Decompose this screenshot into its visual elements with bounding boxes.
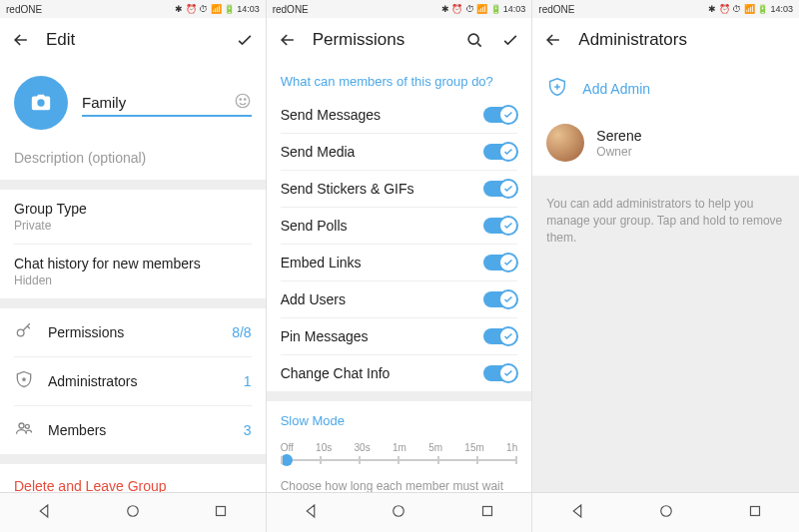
svg-point-5: [25, 424, 29, 428]
group-name-input[interactable]: [82, 90, 252, 117]
perm-label: Pin Messages: [281, 328, 369, 344]
section-title: What can members of this group do?: [267, 62, 532, 97]
perm-row[interactable]: Send Polls: [267, 208, 532, 244]
perm-label: Add Users: [281, 291, 346, 307]
chat-history-row[interactable]: Chat history for new membersHidden: [0, 245, 266, 298]
perm-label: Send Messages: [281, 107, 381, 123]
nav-back-icon[interactable]: [568, 502, 586, 524]
perm-row[interactable]: Pin Messages: [267, 318, 532, 354]
page-title: Permissions: [313, 30, 450, 50]
back-icon[interactable]: [10, 29, 32, 51]
svg-point-2: [244, 98, 246, 100]
nav-recent-icon[interactable]: [478, 502, 496, 524]
toggle-on[interactable]: [483, 328, 517, 344]
svg-point-0: [236, 94, 250, 108]
status-bar: redONE ✱ ⏰ ⏱ 📶 🔋14:03: [0, 0, 266, 18]
check-icon[interactable]: [499, 29, 521, 51]
nav-bar: [532, 492, 799, 532]
nav-bar: [0, 492, 266, 532]
svg-point-1: [240, 98, 242, 100]
nav-home-icon[interactable]: [657, 502, 675, 524]
toggle-on[interactable]: [483, 365, 517, 381]
svg-point-9: [394, 505, 404, 516]
help-text: You can add administrators to help you m…: [532, 186, 799, 256]
perm-row[interactable]: Add Users: [267, 281, 532, 317]
group-type-row[interactable]: Group TypePrivate: [0, 190, 266, 244]
perm-label: Send Media: [281, 144, 356, 160]
avatar: [546, 124, 584, 162]
slow-mode-label: Slow Mode: [267, 401, 532, 436]
perm-label: Embed Links: [281, 255, 362, 270]
toggle-on[interactable]: [483, 181, 517, 197]
slow-mode-desc: Choose how long each member must wait be…: [267, 479, 532, 492]
administrators-panel: redONE ✱ ⏰ ⏱ 📶 🔋14:03 Administrators Add…: [532, 0, 799, 532]
add-admin-button[interactable]: Add Admin: [532, 62, 799, 116]
perm-row[interactable]: Send Messages: [267, 97, 532, 133]
svg-point-11: [660, 505, 671, 516]
shield-plus-icon: [546, 76, 568, 102]
admin-name: Serene: [596, 128, 641, 144]
toggle-on[interactable]: [483, 255, 517, 270]
edit-panel: redONE ✱ ⏰ ⏱ 📶 🔋14:03 Edit Description (…: [0, 0, 267, 532]
slow-mode-ticks: Off10s30s1m5m15m1h: [267, 436, 532, 453]
svg-point-6: [128, 505, 139, 516]
status-bar: redONE ✱ ⏰ ⏱ 📶 🔋14:03: [267, 0, 532, 18]
header: Permissions: [267, 18, 532, 62]
perm-row[interactable]: Embed Links: [267, 245, 532, 280]
nav-home-icon[interactable]: [124, 502, 142, 524]
administrators-row[interactable]: Administrators 1: [0, 357, 266, 405]
emoji-icon[interactable]: [234, 92, 252, 114]
nav-home-icon[interactable]: [390, 502, 407, 524]
nav-bar: [267, 492, 532, 532]
status-bar: redONE ✱ ⏰ ⏱ 📶 🔋14:03: [532, 0, 799, 18]
slow-mode-slider[interactable]: [267, 453, 532, 479]
back-icon[interactable]: [542, 29, 564, 51]
svg-rect-10: [483, 506, 492, 515]
admin-row[interactable]: Serene Owner: [532, 116, 799, 176]
page-title: Edit: [46, 30, 220, 50]
perm-label: Change Chat Info: [281, 365, 391, 381]
toggle-on[interactable]: [483, 218, 517, 234]
permissions-panel: redONE ✱ ⏰ ⏱ 📶 🔋14:03 Permissions What c…: [267, 0, 533, 532]
header: Edit: [0, 18, 266, 62]
svg-point-8: [468, 34, 478, 44]
svg-point-3: [17, 329, 24, 336]
perm-row[interactable]: Send Media: [267, 134, 532, 170]
svg-rect-12: [750, 506, 759, 515]
toggle-on[interactable]: [483, 144, 517, 160]
description-input[interactable]: Description (optional): [0, 140, 266, 180]
page-title: Administrators: [578, 30, 789, 50]
shield-star-icon: [14, 369, 34, 393]
key-icon: [14, 320, 34, 344]
members-icon: [14, 418, 34, 442]
carrier: redONE: [6, 4, 42, 15]
nav-back-icon[interactable]: [302, 502, 320, 524]
permissions-row[interactable]: Permissions 8/8: [0, 308, 266, 356]
status-icons: ✱ ⏰ ⏱ 📶 🔋14:03: [175, 4, 260, 14]
toggle-on[interactable]: [483, 291, 517, 307]
check-icon[interactable]: [234, 29, 256, 51]
svg-rect-7: [217, 506, 226, 515]
delete-leave-button[interactable]: Delete and Leave Group: [0, 464, 266, 492]
perm-row[interactable]: Send Stickers & GIFs: [267, 171, 532, 207]
group-photo-button[interactable]: [14, 76, 68, 130]
nav-back-icon[interactable]: [35, 502, 53, 524]
back-icon[interactable]: [277, 29, 299, 51]
perm-row[interactable]: Change Chat Info: [267, 355, 532, 391]
admin-role: Owner: [596, 145, 641, 159]
perm-label: Send Polls: [281, 218, 348, 234]
svg-point-4: [19, 423, 24, 428]
search-icon[interactable]: [463, 29, 485, 51]
toggle-on[interactable]: [483, 107, 517, 123]
header: Administrators: [532, 18, 799, 62]
perm-label: Send Stickers & GIFs: [281, 181, 414, 197]
nav-recent-icon[interactable]: [212, 502, 230, 524]
nav-recent-icon[interactable]: [746, 502, 764, 524]
members-row[interactable]: Members 3: [0, 406, 266, 454]
